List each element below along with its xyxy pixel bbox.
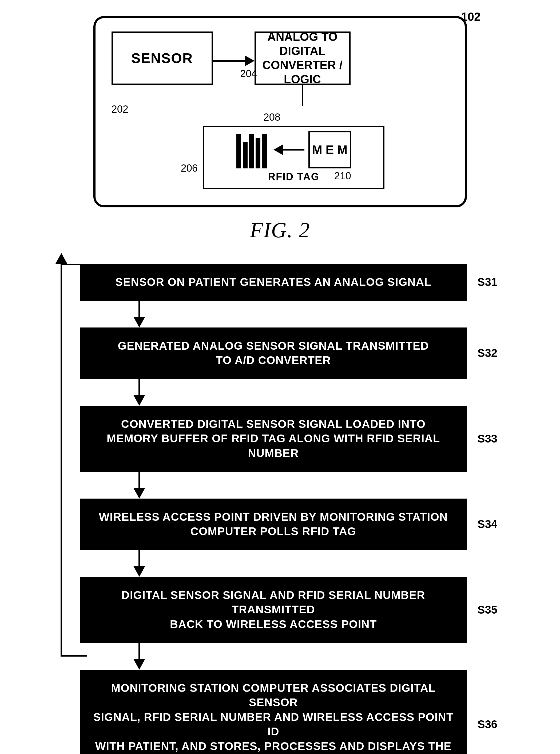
- flow-arrow-5: [134, 643, 145, 670]
- loop-arrow-container: [53, 264, 69, 657]
- flow-box-s36: MONITORING STATION COMPUTER ASSOCIATES D…: [80, 670, 467, 754]
- barcode-line-2: [243, 142, 247, 168]
- flow-step-s32: GENERATED ANALOG SENSOR SIGNAL TRANSMITT…: [80, 328, 507, 379]
- step-s36-text: MONITORING STATION COMPUTER ASSOCIATES D…: [93, 682, 453, 754]
- arrow-left-line: [283, 149, 304, 151]
- rfid-tag-text: RFID TAG: [268, 171, 320, 182]
- barcode-line-5: [262, 134, 267, 168]
- label-202: 202: [112, 103, 128, 115]
- loop-line: [61, 264, 62, 657]
- sensor-to-adc-arrow-head: [245, 56, 255, 66]
- flow-arrow-line-3: [138, 472, 140, 488]
- flow-step-s36: MONITORING STATION COMPUTER ASSOCIATES D…: [80, 670, 507, 754]
- step-s32-text: GENERATED ANALOG SENSOR SIGNAL TRANSMITT…: [118, 339, 429, 367]
- sensor-text: SENSOR: [131, 50, 193, 66]
- barcode: [236, 131, 267, 168]
- rfid-inner-content: M E M 210: [236, 131, 351, 168]
- sensor-to-adc-arrow-line: [213, 60, 245, 62]
- flow-arrow-head-4: [134, 566, 145, 577]
- step-label-s32: S32: [478, 347, 499, 359]
- fig2-inner: SENSOR 202 204 ANALOG TODIGITALCONVERTER…: [112, 32, 449, 189]
- mem-text: M E M: [312, 143, 347, 157]
- barcode-line-3: [249, 134, 254, 168]
- step-label-s31: S31: [478, 276, 499, 289]
- barcode-line-1: [236, 134, 241, 168]
- flow-step-s33: CONVERTED DIGITAL SENSOR SIGNAL LOADED I…: [80, 406, 507, 472]
- flow-step-s35: DIGITAL SENSOR SIGNAL AND RFID SERIAL NU…: [80, 577, 507, 643]
- step-label-s35: S35: [478, 603, 499, 616]
- label-206: 206: [181, 162, 198, 174]
- mem-box: M E M: [308, 131, 351, 168]
- adc-down-arrow: [302, 85, 303, 106]
- right-column: ANALOG TODIGITALCONVERTER /LOGIC: [255, 32, 351, 106]
- step-s31-text: SENSOR ON PATIENT GENERATES AN ANALOG SI…: [115, 276, 431, 288]
- loop-arrow-head: [56, 253, 67, 264]
- label-208: 208: [264, 112, 280, 123]
- adc-down-line: [302, 85, 303, 106]
- fig2-caption: FIG. 2: [250, 218, 310, 242]
- flow-arrow-head-5: [134, 659, 145, 670]
- flow-step-s34: WIRELESS ACCESS POINT DRIVEN BY MONITORI…: [80, 499, 507, 550]
- flow-arrow-line-4: [138, 550, 140, 566]
- flow-box-s35: DIGITAL SENSOR SIGNAL AND RFID SERIAL NU…: [80, 577, 467, 643]
- flow-box-s32: GENERATED ANALOG SENSOR SIGNAL TRANSMITT…: [80, 328, 467, 379]
- step-s35-text: DIGITAL SENSOR SIGNAL AND RFID SERIAL NU…: [121, 589, 425, 631]
- loop-horizontal-bottom: [62, 655, 87, 657]
- flow-arrow-3: [134, 472, 145, 499]
- flow-arrow-1: [134, 301, 145, 328]
- flow-arrow-line-5: [138, 643, 140, 659]
- arrow-into-mem: [274, 144, 304, 155]
- step-s33-text: CONVERTED DIGITAL SENSOR SIGNAL LOADED I…: [107, 418, 440, 459]
- step-label-s36: S36: [478, 718, 499, 731]
- sensor-box: SENSOR: [112, 32, 213, 85]
- flow-arrow-line-1: [138, 301, 140, 317]
- arrow-left-head: [274, 144, 283, 155]
- flow-arrow-line-2: [138, 379, 140, 395]
- flow-box-s31: SENSOR ON PATIENT GENERATES AN ANALOG SI…: [80, 264, 467, 301]
- step-label-s34: S34: [478, 518, 499, 531]
- flowchart: SENSOR ON PATIENT GENERATES AN ANALOG SI…: [53, 264, 507, 754]
- step-label-s33: S33: [478, 432, 499, 445]
- label-102: 102: [461, 10, 480, 23]
- step-s34-text: WIRELESS ACCESS POINT DRIVEN BY MONITORI…: [99, 511, 448, 538]
- flow-step-s31: SENSOR ON PATIENT GENERATES AN ANALOG SI…: [80, 264, 507, 301]
- barcode-line-4: [256, 138, 260, 168]
- fig3-container: SENSOR ON PATIENT GENERATES AN ANALOG SI…: [21, 264, 539, 754]
- flow-arrow-2: [134, 379, 145, 406]
- flow-arrow-head-2: [134, 395, 145, 406]
- label-210: 210: [334, 170, 351, 182]
- flow-arrow-4: [134, 550, 145, 577]
- rfid-outer-box: M E M 210 RFID TAG: [203, 126, 384, 189]
- flow-arrow-head-3: [134, 488, 145, 499]
- adc-text: ANALOG TODIGITALCONVERTER /LOGIC: [262, 30, 343, 86]
- fig2-container: 102 SENSOR 202 204: [21, 16, 539, 242]
- flow-arrow-head-1: [134, 317, 145, 328]
- adc-box: ANALOG TODIGITALCONVERTER /LOGIC: [255, 32, 351, 85]
- flow-box-s34: WIRELESS ACCESS POINT DRIVEN BY MONITORI…: [80, 499, 467, 550]
- flow-box-s33: CONVERTED DIGITAL SENSOR SIGNAL LOADED I…: [80, 406, 467, 472]
- fig2-box: 102 SENSOR 202 204: [93, 16, 467, 207]
